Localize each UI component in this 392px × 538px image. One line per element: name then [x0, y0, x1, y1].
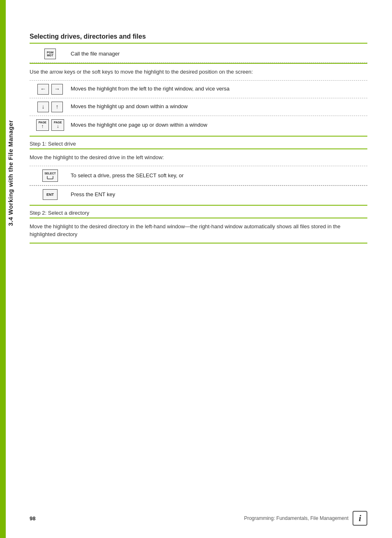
select-icon-cell: SELECT: [30, 169, 71, 182]
ent-key: ENT: [43, 189, 58, 200]
ent-row: ENT Press the ENT key: [30, 186, 367, 203]
page-icons: PAGE ↑ PAGE ↓: [30, 119, 71, 131]
ent-desc: Press the ENT key: [71, 191, 367, 198]
down-arrow-key: ↓: [37, 102, 49, 112]
step1-intro: Move the highlight to the desired drive …: [30, 153, 367, 162]
green-rule-after-arrows: [30, 136, 367, 137]
sidebar-text: 3.4 Working with the File Manager: [7, 120, 14, 226]
green-rule-after-pgm: [30, 63, 367, 64]
section-heading-block: Selecting drives, directories and files: [30, 33, 367, 44]
up-arrow-key: ↑: [51, 102, 63, 112]
section-heading: Selecting drives, directories and files: [30, 33, 367, 40]
pgm-mgt-key: PGM MGT: [44, 49, 56, 59]
select-row: SELECT To select a drive, press the SELE…: [30, 166, 367, 186]
arrow-row-ud: ↓ ↑ Moves the highlight up and down with…: [30, 98, 367, 116]
pgm-mgt-row: PGM MGT Call the file manager: [30, 45, 367, 63]
right-arrow-key: →: [51, 84, 63, 95]
arrow-ud-desc: Moves the highlight up and down within a…: [71, 103, 367, 110]
footer-right: Programming: Fundamentals, File Manageme…: [244, 511, 367, 526]
arrow-lr-icons: ← →: [30, 84, 71, 95]
step2-label: Step 2: Select a directory: [30, 210, 367, 218]
select-arrow-icon: [47, 176, 53, 179]
green-rule-top: [30, 43, 367, 44]
step1-label: Step 1: Select drive: [30, 141, 367, 149]
left-arrow-key: ←: [37, 84, 49, 95]
step2-intro: Move the highlight to the desired direct…: [30, 223, 367, 239]
page-number: 98: [30, 515, 35, 522]
info-icon: i: [359, 513, 361, 524]
pgm-mgt-description: Call the file manager: [71, 50, 367, 58]
pgm-mgt-icon-cell: PGM MGT: [30, 49, 71, 59]
arrow-row-lr: ← → Moves the highlight from the left to…: [30, 81, 367, 98]
page-desc: Moves the highlight one page up or down …: [71, 121, 367, 129]
page-up-key: PAGE ↑: [36, 119, 49, 131]
arrow-lr-desc: Moves the highlight from the left to the…: [71, 85, 367, 93]
sidebar-text-container: 3.4 Working with the File Manager: [0, 49, 21, 296]
page-footer: 98 Programming: Fundamentals, File Manag…: [30, 511, 367, 526]
green-rule-after-step1: [30, 205, 367, 206]
info-icon-box: i: [353, 511, 367, 526]
arrow-ud-icons: ↓ ↑: [30, 102, 71, 112]
arrow-keys-intro: Use the arrow keys or the soft keys to m…: [30, 68, 367, 76]
arrow-row-page: PAGE ↑ PAGE ↓ Moves the highlight one pa…: [30, 116, 367, 134]
main-content: Selecting drives, directories and files …: [21, 0, 392, 538]
page-down-key: PAGE ↓: [51, 119, 64, 131]
green-rule-after-step2: [30, 243, 367, 243]
ent-icon-cell: ENT: [30, 189, 71, 200]
select-desc: To select a drive, press the SELECT soft…: [71, 172, 367, 179]
select-key: SELECT: [42, 169, 58, 182]
sidebar: 3.4 Working with the File Manager: [0, 0, 21, 538]
footer-text: Programming: Fundamentals, File Manageme…: [244, 515, 348, 521]
page-container: 3.4 Working with the File Manager Select…: [0, 0, 392, 538]
